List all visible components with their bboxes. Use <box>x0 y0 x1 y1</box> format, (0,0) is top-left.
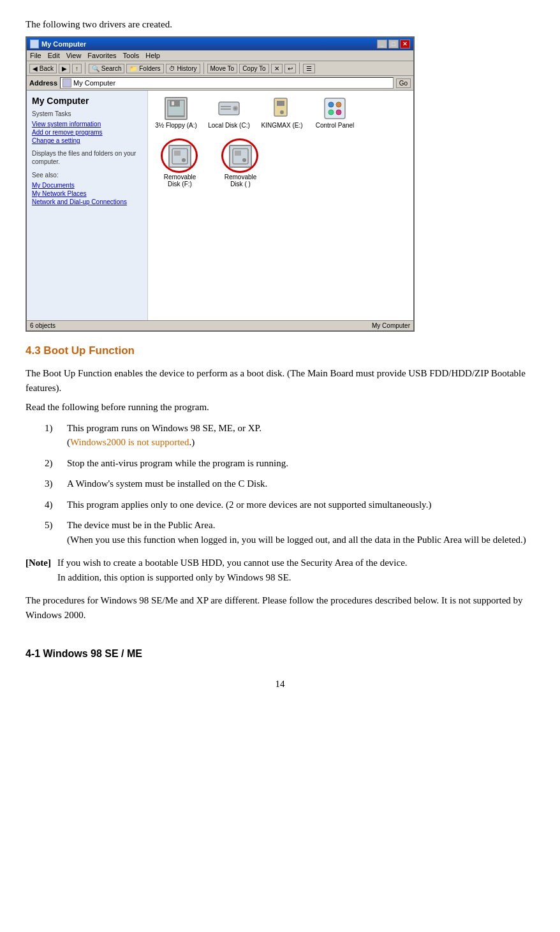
note-label: [Note] <box>26 556 51 584</box>
search-button[interactable]: 🔍 Search <box>89 64 124 73</box>
svg-point-5 <box>234 107 237 110</box>
list-item-1: 1) This program runs on Windows 98 SE, M… <box>45 421 534 450</box>
sidebar-link-add-remove[interactable]: Add or remove programs <box>32 129 142 136</box>
forward-button[interactable]: ▶ <box>59 64 70 73</box>
list-content-2: Stop the anti-virus program while the pr… <box>67 456 534 471</box>
list-num-4: 4) <box>45 498 61 512</box>
sidebar-system-tasks-title: System Tasks <box>32 110 142 118</box>
drive-removable-2-wrapper[interactable]: RemovableDisk ( ) <box>215 138 266 188</box>
numbered-list: 1) This program runs on Windows 98 SE, M… <box>45 421 534 547</box>
menu-view[interactable]: View <box>66 52 82 59</box>
address-field[interactable]: My Computer <box>60 77 394 89</box>
svg-rect-7 <box>221 108 231 110</box>
list-content-1: This program runs on Windows 98 SE, ME, … <box>67 421 534 450</box>
list-item-4: 4) This program applies only to one devi… <box>45 498 534 512</box>
subsection-heading: 4-1 Windows 98 SE / ME <box>26 648 534 660</box>
drive-kingmax-e[interactable]: KINGMAX (E:) <box>260 97 304 129</box>
toolbar-separator-3 <box>299 63 300 74</box>
copyto-button[interactable]: Copy To <box>239 64 269 73</box>
intro-paragraph: The following two drivers are created. <box>26 19 534 30</box>
list-3-text: A Window's system must be installed on t… <box>67 478 267 489</box>
sidebar: My Computer System Tasks View system inf… <box>27 91 148 320</box>
list-1-text: This program runs on Windows 98 SE, ME, … <box>67 423 262 433</box>
address-icon <box>63 78 71 87</box>
removable-2-icon-wrapper <box>221 138 260 174</box>
toolbar: ◀ Back ▶ ↑ 🔍 Search 📁 Folders ⏱ History … <box>27 61 413 76</box>
sidebar-link-change-setting[interactable]: Change a setting <box>32 137 142 144</box>
statusbar-left: 6 objects <box>30 322 55 329</box>
menu-help[interactable]: Help <box>145 52 160 59</box>
local-c-label: Local Disk (C:) <box>208 122 250 129</box>
drive-local-c[interactable]: Local Disk (C:) <box>207 97 251 129</box>
windows-screenshot: My Computer _ □ ✕ File Edit View Favorit… <box>26 36 415 332</box>
window-content: 3½ Floppy (A:) Local Disk (C:) KINGMAX (… <box>148 91 413 320</box>
svg-rect-9 <box>277 101 284 106</box>
moveto-button[interactable]: Move To <box>207 64 238 73</box>
sidebar-description-section: Displays the files and folders on your c… <box>32 149 142 166</box>
list-item-2: 2) Stop the anti-virus program while the… <box>45 456 534 471</box>
section-43-para2: Read the following before running the pr… <box>26 400 534 415</box>
list-content-4: This program applies only to one device.… <box>67 498 534 512</box>
control-panel-icon <box>323 97 346 120</box>
sidebar-link-my-documents[interactable]: My Documents <box>32 182 142 189</box>
addressbar: Address My Computer Go <box>27 76 413 91</box>
sidebar-link-system-info[interactable]: View system information <box>32 121 142 128</box>
maximize-button[interactable]: □ <box>388 40 399 48</box>
list-num-5: 5) <box>45 518 61 547</box>
svg-point-21 <box>242 158 246 162</box>
removable-f-icon <box>168 145 191 168</box>
sidebar-title: My Computer <box>32 96 142 106</box>
list-1-suffix-paren: .) <box>189 437 195 447</box>
section-43-para3: The procedures for Windows 98 SE/Me and … <box>26 593 534 622</box>
drive-icons-row: 3½ Floppy (A:) Local Disk (C:) KINGMAX (… <box>154 97 407 188</box>
list-num-2: 2) <box>45 456 61 471</box>
svg-rect-20 <box>235 151 241 156</box>
history-button[interactable]: ⏱ History <box>166 64 200 73</box>
statusbar-right: My Computer <box>372 322 410 329</box>
views-button[interactable]: ☰ <box>303 64 315 73</box>
menu-tools[interactable]: Tools <box>123 52 140 59</box>
folders-button[interactable]: 📁 Folders <box>126 64 163 73</box>
list-item-3: 3) A Window's system must be installed o… <box>45 477 534 491</box>
svg-point-10 <box>280 110 284 114</box>
delete-button[interactable]: ✕ <box>271 64 283 73</box>
statusbar: 6 objects My Computer <box>27 320 413 330</box>
drive-removable-f-wrapper[interactable]: RemovableDisk (F:) <box>154 138 205 188</box>
floppy-a-label: 3½ Floppy (A:) <box>155 122 197 129</box>
up-button[interactable]: ↑ <box>72 64 82 73</box>
section-43-heading: 4.3 Boot Up Function <box>26 344 534 357</box>
removable-2-label: RemovableDisk ( ) <box>225 174 257 188</box>
menu-favorites[interactable]: Favorites <box>87 52 116 59</box>
sidebar-link-my-network[interactable]: My Network Places <box>32 190 142 197</box>
address-value: My Computer <box>73 79 115 87</box>
svg-point-18 <box>182 158 186 162</box>
removable-icon <box>270 97 293 120</box>
undo-button[interactable]: ↩ <box>284 64 296 73</box>
list-content-5: The device must be in the Public Area. (… <box>67 518 534 547</box>
drive-control-panel[interactable]: Control Panel <box>313 97 357 129</box>
window-controls: _ □ ✕ <box>377 40 410 48</box>
titlebar-left: My Computer <box>30 40 86 48</box>
svg-rect-17 <box>174 151 181 156</box>
menubar: File Edit View Favorites Tools Help <box>27 50 413 61</box>
list-5-subtext: (When you use this function when logged … <box>67 535 526 545</box>
note-line-2: In addition, this option is supported on… <box>57 572 291 582</box>
drive-floppy-a[interactable]: 3½ Floppy (A:) <box>154 97 198 129</box>
menu-file[interactable]: File <box>30 52 41 59</box>
note-block: [Note] If you wish to create a bootable … <box>26 556 534 584</box>
control-panel-label: Control Panel <box>316 122 355 129</box>
svg-rect-1 <box>170 100 180 107</box>
list-num-3: 3) <box>45 477 61 491</box>
back-button[interactable]: ◀ Back <box>29 64 57 73</box>
removable-2-icon <box>229 145 252 168</box>
close-button[interactable]: ✕ <box>400 40 410 48</box>
section-43-para1: The Boot Up Function enables the device … <box>26 366 534 395</box>
sidebar-link-dialup[interactable]: Network and Dial-up Connections <box>32 198 142 205</box>
go-button[interactable]: Go <box>396 78 411 88</box>
minimize-button[interactable]: _ <box>377 40 387 48</box>
menu-edit[interactable]: Edit <box>48 52 60 59</box>
titlebar-text: My Computer <box>41 40 86 48</box>
sidebar-description: Displays the files and folders on your c… <box>32 149 142 166</box>
sidebar-see-also-title: See also: <box>32 171 142 179</box>
page-number: 14 <box>26 679 534 690</box>
